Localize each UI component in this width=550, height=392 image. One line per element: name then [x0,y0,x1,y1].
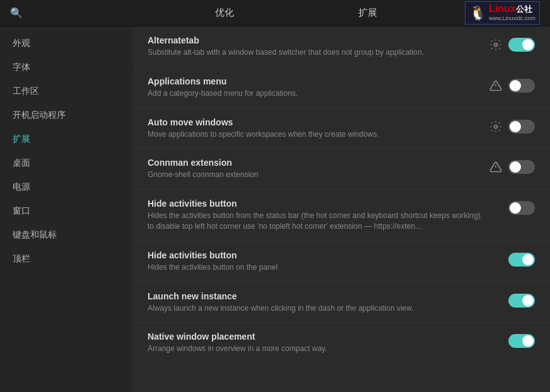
ext-desc-alternatetab: Substitute alt-tab with a window based s… [148,47,482,58]
gear-icon-auto-move-windows[interactable] [489,120,502,133]
toggle-launch-new-instance[interactable] [508,294,535,308]
ext-row-auto-move-windows: Auto move windows Move applications to s… [132,108,550,149]
ext-title-launch-new-instance: Launch new instance [148,291,501,301]
warning-icon-applications-menu[interactable] [489,79,502,92]
ext-info-applications-menu: Applications menu Add a category-based m… [148,76,482,99]
ext-info-connman: Connman extension Gnome-shell connman ex… [148,158,482,180]
ext-desc-launch-new-instance: Always launch a new instance when clicki… [148,303,488,314]
ext-controls-launch-new-instance [508,294,535,308]
ext-controls-applications-menu [489,79,535,93]
toggle-applications-menu[interactable] [508,79,535,93]
sidebar-item-desktop[interactable]: 桌面 [0,151,132,175]
logo-box: 🐧 Linux公社 www.Linuxidc.com [465,1,540,25]
sidebar-item-extensions[interactable]: 扩展 [0,127,132,151]
ext-title-alternatetab: Alternatetab [148,35,482,45]
main-layout: 外观 字体 工作区 开机启动程序 扩展 桌面 电源 窗口 键盘和鼠标 顶栏 Al… [0,26,550,392]
ext-row-alternatetab: Alternatetab Substitute alt-tab with a w… [132,26,550,67]
ext-info-native-window-placement: Native window placement Arrange windows … [148,331,501,354]
sidebar-item-topbar[interactable]: 顶栏 [0,247,132,271]
toggle-native-window-placement[interactable] [508,334,535,348]
ext-info-auto-move-windows: Auto move windows Move applications to s… [148,117,482,140]
ext-desc-hide-activities-2: Hides the activities button on the panel [148,262,488,273]
svg-point-0 [494,43,498,47]
logo-area: 🐧 Linux公社 www.Linuxidc.com [439,1,540,25]
sidebar-item-power[interactable]: 电源 [0,175,132,199]
ext-row-native-window-placement: Native window placement Arrange windows … [132,323,550,363]
logo-url: www.Linuxidc.com [489,15,535,23]
toggle-hide-activities-2[interactable] [508,253,535,267]
ext-title-hide-activities-2: Hide activities button [148,250,501,260]
ext-desc-auto-move-windows: Move applications to specific workspaces… [148,129,482,140]
svg-point-3 [494,125,498,128]
sidebar: 外观 字体 工作区 开机启动程序 扩展 桌面 电源 窗口 键盘和鼠标 顶栏 [0,26,132,392]
ext-info-hide-activities-2: Hide activities button Hides the activit… [148,250,501,273]
ext-controls-native-window-placement [508,334,535,348]
ext-row-hide-activities-2: Hide activities button Hides the activit… [132,241,550,282]
sidebar-item-startup[interactable]: 开机启动程序 [0,103,132,127]
ext-title-native-window-placement: Native window placement [148,331,501,342]
ext-info-alternatetab: Alternatetab Substitute alt-tab with a w… [148,35,482,58]
extensions-tab[interactable]: 扩展 [296,7,439,19]
sidebar-item-keyboard-mouse[interactable]: 键盘和鼠标 [0,223,132,247]
tux-icon: 🐧 [469,5,486,21]
ext-title-applications-menu: Applications menu [148,76,482,86]
sidebar-item-appearance[interactable]: 外观 [0,32,132,55]
ext-controls-auto-move-windows [489,120,535,134]
toggle-auto-move-windows[interactable] [508,120,535,134]
search-area[interactable]: 🔍 [10,7,153,19]
sidebar-item-fonts[interactable]: 字体 [0,55,132,79]
ext-title-auto-move-windows: Auto move windows [148,117,482,127]
toggle-hide-activities-1[interactable] [508,201,535,215]
ext-row-hide-activities-1: Hide activities button Hides the activit… [132,190,550,241]
ext-row-launch-new-instance: Launch new instance Always launch a new … [132,282,550,323]
ext-controls-hide-activities-2 [508,253,535,267]
extensions-content: Alternatetab Substitute alt-tab with a w… [132,26,550,392]
ext-desc-applications-menu: Add a category-based menu for applicatio… [148,88,482,99]
ext-info-hide-activities-1: Hide activities button Hides the activit… [148,199,501,232]
ext-controls-connman [489,160,535,174]
ext-title-connman: Connman extension [148,158,482,168]
ext-controls-alternatetab [489,38,535,52]
gear-icon-alternatetab[interactable] [489,38,502,51]
ext-row-applications-menu: Applications menu Add a category-based m… [132,67,550,108]
ext-info-launch-new-instance: Launch new instance Always launch a new … [148,291,501,314]
ext-desc-connman: Gnome-shell connman extension [148,170,482,180]
toggle-alternatetab[interactable] [508,38,535,52]
logo-brand: Linux公社 [489,3,535,15]
ext-desc-native-window-placement: Arrange windows in overview in a more co… [148,343,488,354]
ext-desc-hide-activities-1: Hides the activities button from the sta… [148,210,488,232]
ext-title-hide-activities-1: Hide activities button [148,199,501,209]
header: 🔍 优化 扩展 🐧 Linux公社 www.Linuxidc.com [0,0,550,26]
sidebar-item-workspaces[interactable]: 工作区 [0,79,132,103]
ext-row-connman: Connman extension Gnome-shell connman ex… [132,149,550,190]
warning-icon-connman[interactable] [489,161,502,173]
app-title: 优化 [153,7,296,19]
sidebar-item-windows[interactable]: 窗口 [0,199,132,223]
toggle-connman[interactable] [508,160,535,174]
search-icon[interactable]: 🔍 [10,7,23,19]
ext-controls-hide-activities-1 [508,201,535,215]
